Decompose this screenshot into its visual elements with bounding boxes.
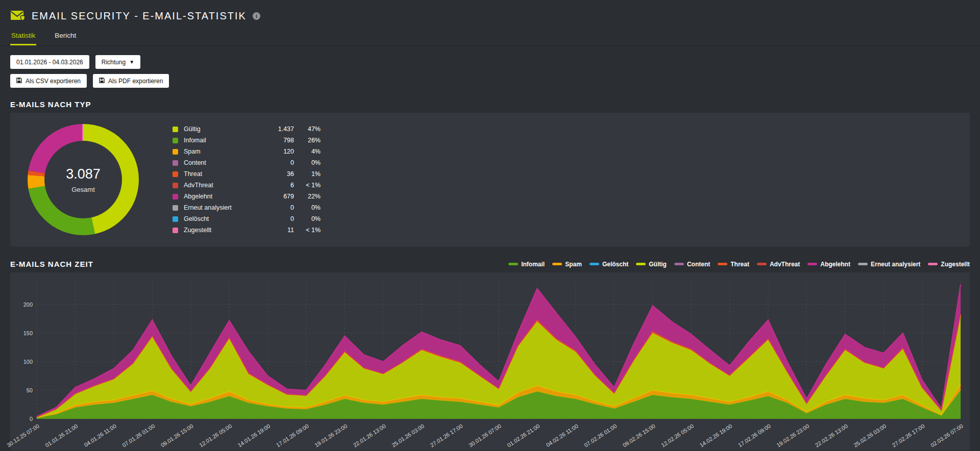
legend-percent: < 1% [294, 182, 321, 189]
legend-label: Zugestellt [941, 261, 970, 268]
donut-total-caption: Gesamt [71, 186, 95, 193]
legend-swatch [173, 171, 178, 177]
type-legend-row[interactable]: Zugestellt11< 1% [173, 224, 321, 236]
time-legend-item[interactable]: Erneut analysiert [858, 261, 920, 268]
emails-by-time-panel: 05010015020030.12.25 07:0001.01.26 21:00… [10, 272, 970, 450]
x-axis-tick: 04.01.26 11:00 [83, 423, 117, 448]
legend-label: AdvThreat [770, 261, 800, 268]
time-legend-item[interactable]: Infomail [508, 261, 545, 268]
legend-label: Threat [184, 170, 260, 178]
x-axis-tick: 09.02.26 15:00 [622, 423, 656, 448]
legend-label: Abgelehnt [820, 261, 850, 268]
export-csv-button[interactable]: Als CSV exportieren [10, 74, 87, 88]
direction-dropdown[interactable]: Richtung ▼ [95, 55, 140, 69]
legend-swatch [173, 127, 178, 132]
time-legend-item[interactable]: Content [674, 261, 710, 268]
donut-center: 3.087 Gesamt [44, 141, 122, 218]
legend-swatch [173, 205, 178, 211]
legend-label: Abgelehnt [184, 193, 260, 200]
x-axis-tick: 25.01.26 03:00 [390, 423, 425, 448]
tab-statistik[interactable]: Statistik [10, 30, 36, 45]
legend-label: Spam [565, 261, 582, 268]
tab-bar: Statistik Bericht [0, 30, 980, 46]
section-title-by-time: E-MAILS NACH ZEIT [10, 260, 93, 268]
legend-label: Infomail [184, 137, 260, 144]
x-axis-tick: 27.02.26 17:00 [891, 423, 926, 448]
filter-toolbar: 01.01.2026 - 04.03.2026 Richtung ▼ [0, 55, 980, 69]
time-chart-svg[interactable]: 05010015020030.12.25 07:0001.01.26 21:00… [13, 278, 969, 447]
legend-line-swatch [674, 263, 684, 265]
legend-swatch [173, 183, 178, 188]
type-legend-row[interactable]: Gültig1.43747% [173, 123, 321, 135]
legend-value: 0 [260, 215, 294, 222]
x-axis-tick: 14.02.26 19:00 [698, 423, 733, 448]
x-axis-tick: 01.02.26 21:00 [506, 423, 541, 448]
legend-swatch [173, 194, 178, 199]
export-toolbar: Als CSV exportieren Als PDF exportieren [0, 74, 980, 88]
legend-percent: 1% [294, 170, 321, 178]
time-legend-item[interactable]: Zugestellt [928, 261, 970, 268]
y-axis-tick: 0 [30, 416, 33, 422]
time-legend-item[interactable]: Gelöscht [590, 261, 628, 268]
legend-percent: 4% [294, 148, 321, 155]
type-legend-row[interactable]: Erneut analysiert00% [173, 202, 321, 213]
chevron-down-icon: ▼ [129, 59, 134, 65]
legend-value: 11 [260, 227, 294, 234]
y-axis-tick: 200 [23, 302, 33, 308]
type-legend-row[interactable]: Spam1204% [173, 146, 321, 157]
legend-swatch [173, 216, 178, 222]
time-legend-item[interactable]: Gültig [636, 261, 667, 268]
info-icon[interactable]: i [253, 12, 260, 20]
export-csv-label: Als CSV exportieren [26, 78, 81, 85]
legend-line-swatch [807, 263, 817, 265]
legend-percent: < 1% [294, 227, 321, 234]
time-legend-item[interactable]: AdvThreat [757, 261, 800, 268]
type-legend-row[interactable]: Threat361% [173, 168, 321, 180]
legend-swatch [173, 228, 178, 233]
x-axis-tick: 12.01.26 05:00 [198, 423, 233, 448]
type-legend-row[interactable]: AdvThreat6< 1% [173, 180, 321, 191]
time-legend-item[interactable]: Abgelehnt [807, 261, 850, 268]
x-axis-tick: 25.02.26 03:00 [852, 423, 887, 448]
legend-label: Gelöscht [184, 215, 260, 222]
export-pdf-button[interactable]: Als PDF exportieren [93, 74, 169, 88]
legend-value: 0 [260, 204, 294, 211]
x-axis-tick: 14.01.26 19:00 [236, 423, 271, 448]
x-axis-tick: 07.02.26 01:00 [583, 423, 618, 448]
legend-label: Zugestellt [184, 227, 260, 234]
page-title: EMAIL SECURITY - E-MAIL-STATISTIK [32, 10, 247, 22]
legend-label: Content [184, 159, 260, 166]
date-range-button[interactable]: 01.01.2026 - 04.03.2026 [10, 55, 89, 69]
y-axis-tick: 150 [23, 330, 33, 336]
legend-value: 0 [260, 159, 294, 166]
direction-label: Richtung [102, 59, 126, 66]
time-legend-item[interactable]: Threat [718, 261, 749, 268]
email-security-envelope-icon [10, 10, 26, 22]
time-legend-item[interactable]: Spam [552, 261, 582, 268]
x-axis-tick: 01.01.26 21:00 [44, 423, 79, 448]
x-axis-tick: 22.02.26 13:00 [814, 423, 849, 448]
legend-percent: 26% [294, 137, 321, 144]
y-axis-tick: 50 [27, 387, 33, 393]
x-axis-tick: 27.01.26 17:00 [429, 423, 464, 448]
legend-label: Erneut analysiert [871, 261, 920, 268]
x-axis-tick: 07.01.26 01:00 [121, 423, 156, 448]
time-chart[interactable]: 05010015020030.12.25 07:0001.01.26 21:00… [13, 278, 967, 447]
legend-label: Erneut analysiert [184, 204, 260, 211]
legend-value: 120 [260, 148, 294, 155]
tab-bericht[interactable]: Bericht [54, 30, 77, 45]
type-legend-row[interactable]: Abgelehnt67922% [173, 191, 321, 202]
export-pdf-label: Als PDF exportieren [108, 78, 163, 85]
x-axis-tick: 30.01.26 07:00 [468, 423, 502, 448]
type-legend-row[interactable]: Infomail79826% [173, 135, 321, 146]
legend-label: Threat [730, 261, 749, 268]
type-legend-row[interactable]: Content00% [173, 157, 321, 168]
x-axis-tick: 30.12.25 07:00 [6, 423, 40, 448]
x-axis-tick: 17.01.26 09:00 [275, 423, 310, 448]
x-axis-tick: 22.01.26 13:00 [352, 423, 387, 448]
legend-line-swatch [590, 263, 599, 265]
x-axis-tick: 19.02.26 23:00 [775, 423, 810, 448]
legend-percent: 0% [294, 204, 321, 211]
legend-value: 1.437 [260, 126, 294, 133]
type-legend-row[interactable]: Gelöscht00% [173, 213, 321, 224]
